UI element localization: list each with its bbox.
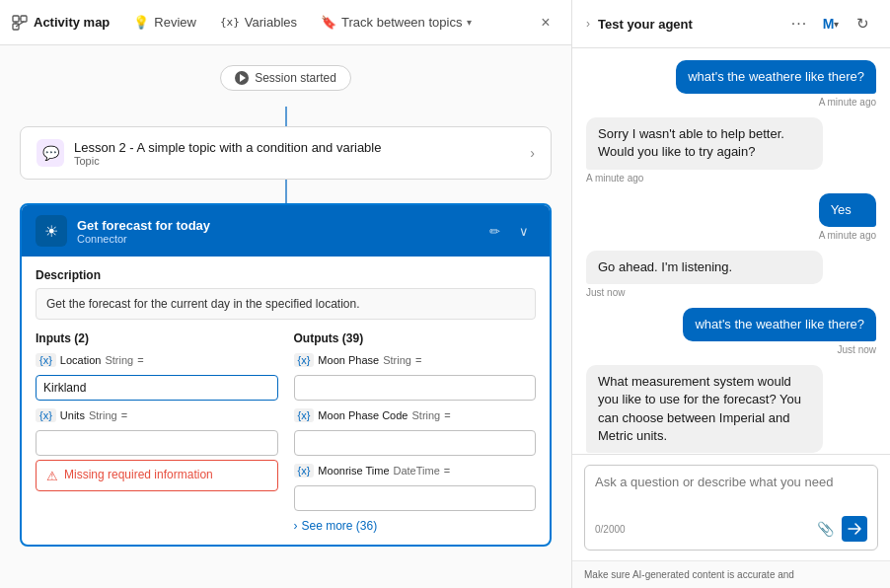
panel-chevron-icon: › [586,17,590,31]
send-button[interactable] [842,516,867,542]
moonrise-time-type: DateTime [394,465,440,477]
field-row-moon-phase-code: {x} Moon Phase Code String = [294,408,537,422]
chat-message-2: Sorry I wasn't able to help better. Woul… [586,117,876,183]
io-grid: Inputs (2) {x} Location String = {x} [36,331,536,533]
units-input[interactable] [36,430,278,456]
send-icon [848,522,861,536]
chat-message-3: Yes A minute ago [586,193,876,241]
lesson-card[interactable]: 💬 Lesson 2 - A simple topic with a condi… [20,126,552,180]
moon-phase-code-input[interactable] [294,430,537,456]
refresh-button[interactable]: ↻ [849,10,876,37]
field-row-moonrise-time: {x} Moonrise Time DateTime = [294,464,537,478]
edit-icon[interactable]: ✏ [482,219,506,243]
brand-logo-icon: M [823,16,835,32]
activity-map-icon [12,15,28,31]
moonrise-time-name: Moonrise Time [318,465,389,477]
chat-textarea[interactable] [595,474,867,509]
tab-track-between-topics[interactable]: 🔖 Track between topics ▾ [311,9,482,36]
location-eq: = [137,354,143,366]
connector-title: Get forecast for today [77,218,473,233]
canvas-area: Session started 💬 Lesson 2 - A simple to… [0,45,571,588]
svg-rect-1 [21,16,27,22]
chat-area: what's the weathere like there? A minute… [572,48,890,454]
moon-phase-type: String [383,354,411,366]
units-type: String [89,409,117,421]
moon-phase-code-type: String [411,409,440,421]
warning-icon: ⚠ [46,469,58,483]
lesson-arrow-icon[interactable]: › [530,145,535,161]
units-error-box: ⚠ Missing required information [36,460,278,491]
field-row-units: {x} Units String = [36,408,278,422]
char-count: 0/2000 [595,524,626,535]
attachment-button[interactable]: 📎 [812,516,838,542]
chevron-down-icon: ▾ [467,17,472,28]
inputs-label: Inputs (2) [36,331,278,345]
outputs-label: Outputs (39) [294,331,537,345]
moonrise-time-input[interactable] [294,485,537,511]
expand-icon[interactable]: ∨ [512,219,536,243]
user-bubble-5: what's the weather like there? [683,308,876,341]
connector-icon: ☀ [36,215,67,247]
location-type: String [105,354,133,366]
session-started-container: Session started [20,65,552,91]
see-more-button[interactable]: › See more (36) [294,519,537,533]
lesson-subtitle: Topic [74,155,520,167]
connector-line [285,180,287,203]
chat-message-1: what's the weathere like there? A minute… [586,60,876,108]
error-message: Missing required information [64,468,213,481]
session-started-pill: Session started [220,65,351,91]
chat-message-5: what's the weather like there? Just now [586,308,876,355]
connector-subtitle: Connector [77,233,473,245]
moon-phase-name: Moon Phase [318,354,379,366]
disclaimer-text: Make sure AI-generated content is accura… [572,560,890,588]
close-button[interactable]: × [532,9,559,37]
connector-card: ☀ Get forecast for today Connector ✏ ∨ D… [20,203,552,547]
field-row-moon-phase: {x} Moon Phase String = [294,353,537,367]
msg-time-4: Just now [586,287,876,298]
chat-message-4: Go ahead. I'm listening. Just now [586,251,876,298]
chat-input-box: 0/2000 📎 [584,465,878,551]
track-icon: 🔖 [321,15,336,30]
brand-title: Activity map [12,15,110,31]
chat-message-6: What measurement system would you like t… [586,365,876,454]
location-tag: {x} [36,353,56,367]
bot-bubble-4: Go ahead. I'm listening. [586,251,823,284]
location-name: Location [60,354,102,366]
chat-input-area: 0/2000 📎 [572,454,890,560]
units-name: Units [60,409,85,421]
msg-time-3: A minute ago [819,230,876,241]
description-text: Get the forecast for the current day in … [36,288,536,320]
tab-variables[interactable]: {x} Variables [210,9,307,36]
moon-phase-code-tag: {x} [294,408,315,422]
location-input[interactable] [36,375,278,401]
moon-phase-code-name: Moon Phase Code [318,409,408,421]
outputs-section: Outputs (39) {x} Moon Phase String = {x} [294,331,537,533]
review-icon: 💡 [133,15,149,30]
inputs-section: Inputs (2) {x} Location String = {x} [36,331,278,533]
right-panel: › Test your agent ··· M ▾ ↻ what's the w… [572,0,890,588]
msg-time-1: A minute ago [676,97,876,108]
user-bubble-1: what's the weathere like there? [676,60,876,94]
moon-phase-input[interactable] [294,375,537,401]
description-label: Description [36,268,536,282]
msg-time-2: A minute ago [586,173,876,184]
lesson-icon: 💬 [37,139,64,167]
units-eq: = [121,409,127,421]
lesson-title: Lesson 2 - A simple topic with a conditi… [74,140,520,155]
variables-icon: {x} [220,16,240,29]
chevron-brand-icon: ▾ [834,19,839,30]
play-icon [235,71,249,85]
units-tag: {x} [36,408,56,422]
bot-bubble-6: What measurement system would you like t… [586,365,823,453]
connector-header: ☀ Get forecast for today Connector ✏ ∨ [22,205,550,257]
bot-bubble-2: Sorry I wasn't able to help better. Woul… [586,117,823,169]
field-row-location: {x} Location String = [36,353,278,367]
connector-line-top [285,107,287,126]
panel-header: › Test your agent ··· M ▾ ↻ [572,0,890,48]
brand-button[interactable]: M ▾ [817,10,845,37]
tab-review[interactable]: 💡 Review [123,9,206,36]
panel-title: Test your agent [598,17,778,32]
more-options-button[interactable]: ··· [785,10,813,37]
moonrise-time-tag: {x} [294,464,315,478]
user-bubble-3: Yes [819,193,876,227]
